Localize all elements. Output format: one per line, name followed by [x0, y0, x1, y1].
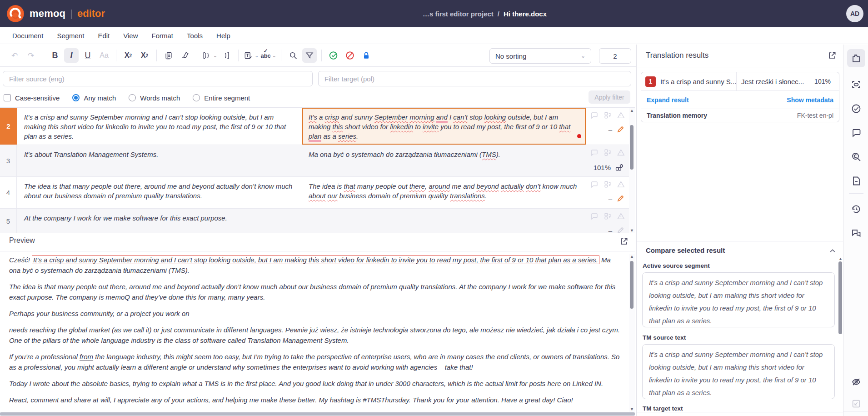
tracked-changes-button[interactable]: ⌄: [243, 48, 259, 63]
menu-edit[interactable]: Edit: [98, 32, 110, 40]
comment-icon[interactable]: [590, 180, 599, 189]
scroll-down-icon[interactable]: ▼: [629, 228, 635, 233]
filter-target-input[interactable]: [318, 71, 631, 86]
translation-results-tab[interactable]: [847, 49, 865, 67]
spellcheck-button[interactable]: abc✓ ⌄: [260, 48, 276, 63]
open-preview-external-icon[interactable]: [619, 237, 629, 246]
concordance-tab[interactable]: [847, 148, 865, 166]
filter-button[interactable]: [302, 48, 317, 63]
confirm-segment-button[interactable]: [326, 48, 341, 63]
active-source-box[interactable]: It’s a crisp and sunny September morning…: [642, 272, 835, 327]
menu-document[interactable]: Document: [12, 32, 43, 40]
scrollbar-thumb[interactable]: [630, 261, 634, 309]
lock-segment-button[interactable]: [359, 48, 374, 63]
expand-result-link[interactable]: Expand result: [647, 96, 689, 104]
tm-source-box[interactable]: It’s a crisp and sunny September morning…: [642, 344, 835, 399]
find-button[interactable]: [286, 48, 300, 63]
segment-target[interactable]: Ma ona być o systemach do zarządzania tł…: [302, 145, 586, 176]
segment-row-5[interactable]: 5 At the company I work for we make soft…: [0, 209, 635, 233]
any-match-option[interactable]: Any match: [72, 94, 116, 102]
segment-source[interactable]: It’s about Translation Management System…: [17, 145, 302, 176]
underline-button[interactable]: U: [80, 48, 95, 63]
preview-pane[interactable]: Cześć! It’s a crisp and sunny September …: [9, 255, 620, 411]
sorting-select[interactable]: No sorting ⌄: [489, 48, 591, 64]
segment-source[interactable]: It’s a crisp and sunny September morning…: [17, 108, 302, 145]
comments-tab[interactable]: [847, 124, 865, 142]
insert-tag-button[interactable]: ⌄: [202, 48, 217, 63]
show-metadata-link[interactable]: Show metadata: [787, 96, 833, 104]
reject-segment-button[interactable]: [343, 48, 357, 63]
comment-icon[interactable]: [590, 212, 599, 221]
split-join-icon[interactable]: [604, 180, 612, 189]
preview-scrollbar[interactable]: ▲ ▼: [629, 254, 635, 412]
filter-source-input[interactable]: [3, 71, 313, 86]
menu-tools[interactable]: Tools: [187, 32, 203, 40]
insert-result-button[interactable]: [847, 395, 865, 413]
segment-target[interactable]: The idea is that many people out there, …: [302, 177, 586, 208]
document-icon: [851, 175, 862, 186]
superscript-button[interactable]: X2: [121, 48, 135, 63]
case-sensitive-checkbox[interactable]: [4, 94, 11, 101]
scroll-up-icon[interactable]: ▲: [629, 254, 635, 259]
result-summary-row[interactable]: 1 It’s a crisp and sunny S... Jest rześk…: [641, 72, 839, 91]
any-match-radio[interactable]: [72, 94, 80, 101]
scrollbar-thumb[interactable]: [838, 261, 842, 334]
segment-row-2[interactable]: 2 It’s a crisp and sunny September morni…: [0, 108, 635, 145]
comment-icon[interactable]: [590, 148, 599, 157]
segment-row-3[interactable]: 3 It’s about Translation Management Syst…: [0, 145, 635, 177]
close-tag-button[interactable]: [219, 48, 234, 63]
horizontal-scrollbar[interactable]: [0, 412, 635, 416]
change-case-button[interactable]: Aa: [97, 48, 111, 63]
comment-icon[interactable]: [590, 111, 599, 120]
collapse-chevron-up-icon[interactable]: [829, 247, 836, 255]
scrollbar-thumb[interactable]: [0, 412, 635, 416]
warning-icon[interactable]: [617, 148, 625, 157]
case-sensitive-option[interactable]: Case-sensitive: [4, 94, 60, 102]
words-match-option[interactable]: Words match: [129, 94, 180, 102]
segment-target[interactable]: It’s a crisp and sunny September morning…: [302, 108, 586, 145]
scrollbar-thumb[interactable]: [630, 125, 634, 170]
menu-view[interactable]: View: [123, 32, 138, 40]
open-results-external-icon[interactable]: [828, 51, 837, 60]
segment-target[interactable]: [302, 209, 586, 233]
avatar[interactable]: AD: [846, 5, 863, 22]
feedback-tab[interactable]: [847, 225, 865, 243]
segment-source[interactable]: The idea is that many people out there, …: [17, 177, 302, 208]
breadcrumb-project[interactable]: …s first editor project: [423, 10, 494, 18]
warning-icon[interactable]: [617, 180, 625, 189]
clear-formatting-button[interactable]: [178, 48, 192, 63]
translation-result-card[interactable]: 1 It’s a crisp and sunny S... Jest rześk…: [641, 72, 839, 122]
italic-button[interactable]: I: [64, 48, 79, 63]
entire-segment-option[interactable]: Entire segment: [193, 94, 250, 102]
segment-source[interactable]: At the company I work for we make softwa…: [17, 209, 302, 233]
undo-button[interactable]: ↶: [7, 48, 22, 63]
segment-row-4[interactable]: 4 The idea is that many people out there…: [0, 177, 635, 209]
active-target-editor[interactable]: It’s a crisp and sunny September morning…: [302, 108, 586, 145]
document-info-tab[interactable]: [847, 172, 865, 190]
bold-button[interactable]: B: [48, 48, 62, 63]
warning-icon[interactable]: [617, 212, 625, 221]
hide-preview-button[interactable]: [847, 373, 865, 391]
segment-counter[interactable]: 2: [599, 48, 631, 64]
grid-scrollbar[interactable]: ▲ ▼: [629, 108, 635, 233]
qa-checks-tab[interactable]: [847, 100, 865, 118]
segment-resources-tab[interactable]: [847, 75, 865, 94]
words-match-radio[interactable]: [129, 94, 136, 101]
scroll-down-icon[interactable]: ▼: [629, 406, 635, 412]
apply-filter-button[interactable]: Apply filter: [589, 90, 630, 104]
redo-button[interactable]: ↷: [24, 48, 38, 63]
split-join-icon[interactable]: [604, 111, 612, 120]
compare-section-title: Compare selected result: [646, 246, 725, 254]
split-join-icon[interactable]: [604, 212, 612, 221]
scroll-up-icon[interactable]: ▲: [629, 108, 635, 113]
split-join-icon[interactable]: [604, 148, 612, 157]
menu-segment[interactable]: Segment: [57, 32, 84, 40]
entire-segment-radio[interactable]: [193, 94, 200, 101]
subscript-button[interactable]: X2: [137, 48, 152, 63]
menu-help[interactable]: Help: [216, 32, 230, 40]
history-tab[interactable]: [847, 200, 865, 218]
menu-format[interactable]: Format: [152, 32, 174, 40]
copy-source-button[interactable]: [161, 48, 176, 63]
memoq-logo-icon[interactable]: [7, 5, 24, 22]
warning-icon[interactable]: [617, 111, 625, 120]
